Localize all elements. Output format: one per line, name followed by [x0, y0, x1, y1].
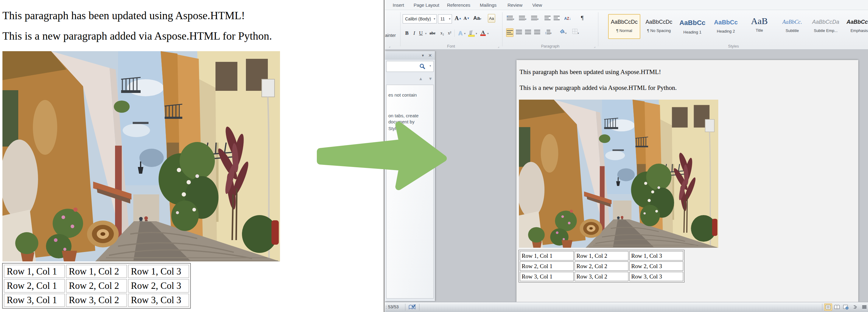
doc-table: Row 1, Col 1 Row 1, Col 2 Row 1, Col 3 R…	[519, 250, 684, 282]
proofing-status-button[interactable]	[408, 304, 416, 312]
align-right-button[interactable]	[524, 28, 532, 37]
italic-button[interactable]: I	[410, 29, 418, 37]
table-row: Row 3, Col 1 Row 3, Col 2 Row 3, Col 3	[520, 272, 683, 281]
borders-grid-icon	[572, 29, 578, 34]
justify-button[interactable]	[533, 28, 541, 37]
underline-button[interactable]: U	[417, 29, 425, 37]
justify-icon	[534, 30, 540, 34]
search-icon	[420, 63, 426, 69]
clipboard-dialog-launcher-icon[interactable]: ⌟	[388, 44, 392, 48]
align-left-button[interactable]	[506, 28, 514, 37]
print-layout-view-button[interactable]	[824, 304, 832, 311]
chevron-down-icon[interactable]: ▾	[487, 32, 489, 35]
fullscreen-reading-view-button[interactable]	[833, 304, 841, 311]
shrink-font-button[interactable]: A▼	[463, 14, 470, 23]
change-case-button[interactable]: Aa▾	[473, 14, 481, 23]
chevron-down-icon[interactable]: ▼	[421, 54, 425, 57]
grow-font-button[interactable]: A▲	[455, 14, 462, 23]
draft-view-button[interactable]	[860, 304, 868, 311]
document-page[interactable]: This paragraph has been updated using As…	[517, 60, 858, 302]
tab-page-layout[interactable]: Page Layout	[412, 1, 441, 9]
table-cell: Row 2, Col 1	[520, 261, 574, 271]
table-cell: Row 1, Col 3	[629, 251, 683, 260]
web-layout-view-button[interactable]	[842, 304, 850, 311]
chevron-down-icon[interactable]: ▾	[476, 32, 477, 35]
clear-formatting-button[interactable]: Aa	[488, 14, 495, 23]
numbering-button[interactable]: ▾	[519, 14, 527, 23]
style-preview: AaBbCcD	[844, 19, 868, 25]
strikethrough-button[interactable]: abe	[429, 29, 436, 37]
format-painter-button[interactable]: Painter	[385, 33, 396, 38]
increase-indent-button[interactable]	[553, 14, 560, 23]
street-photo	[2, 51, 280, 261]
doc-paragraph-1: This paragraph has been updated using As…	[520, 68, 661, 76]
chevron-down-icon[interactable]: ▾	[425, 32, 427, 35]
line-spacing-button[interactable]: ↕▾	[545, 28, 552, 37]
chevron-down-icon[interactable]: ▾	[429, 64, 431, 67]
tab-insert[interactable]: Insert	[391, 1, 406, 9]
style-subtitle[interactable]: AaBbCc. Subtitle	[776, 14, 808, 39]
spellcheck-icon	[408, 304, 416, 311]
borders-button[interactable]: ▾	[572, 28, 579, 37]
close-icon[interactable]: ✕	[428, 53, 432, 58]
sort-icon: AZ↓	[564, 17, 571, 21]
table-cell: Row 3, Col 2	[66, 294, 127, 307]
style-normal[interactable]: AaBbCcDc ¶ Normal	[608, 14, 640, 39]
style-heading-1[interactable]: AaBbCc Heading 1	[676, 14, 709, 39]
superscript-button[interactable]: x²	[446, 29, 453, 37]
style-label: Title	[744, 28, 775, 33]
next-result-icon[interactable]: ▼	[428, 76, 432, 81]
font-color-swatch	[480, 34, 486, 36]
style-subtle-emphasis[interactable]: AaBbCcDa Subtle Emp...	[810, 14, 842, 39]
nav-search-input[interactable]: ▾	[386, 61, 434, 72]
style-label: Subtitle	[777, 28, 808, 33]
outline-view-button[interactable]	[852, 304, 860, 311]
font-name-combo[interactable]: Calibri (Body) ▾	[403, 14, 437, 24]
chevron-down-icon[interactable]: ▾	[434, 15, 435, 23]
chevron-down-icon[interactable]: ▾	[464, 32, 466, 35]
show-paragraph-marks-button[interactable]: ¶	[579, 14, 586, 22]
styles-group-label: Styles	[599, 44, 868, 49]
subscript-button[interactable]: x₂	[439, 29, 446, 37]
style-emphasis[interactable]: AaBbCcD Emphasis	[843, 14, 868, 39]
highlight-color-button[interactable]	[468, 30, 475, 37]
word-count-label[interactable]: : 53/53	[385, 304, 399, 309]
shading-button[interactable]: ▾	[559, 28, 567, 37]
doc-paragraph-2: This is a new paragraph added via Aspose…	[520, 84, 677, 92]
book-icon	[834, 305, 840, 310]
tab-references[interactable]: References	[446, 1, 471, 9]
font-size-combo[interactable]: 11 ▾	[438, 14, 452, 24]
bullets-button[interactable]: ▾	[507, 14, 514, 23]
bold-button[interactable]: B	[403, 29, 410, 37]
table-cell: Row 2, Col 2	[575, 261, 628, 271]
html-paragraph-2: This is a new paragraph added via Aspose…	[2, 30, 272, 42]
style-no-spacing[interactable]: AaBbCcDc ¶ No Spacing	[643, 14, 675, 39]
decrease-indent-button[interactable]	[544, 14, 551, 23]
multilevel-list-button[interactable]: ▾	[531, 14, 539, 23]
paragraph-group-label: Paragraph	[503, 44, 597, 49]
table-cell: Row 1, Col 3	[128, 265, 189, 278]
style-preview: AaBbCcDc	[609, 19, 640, 25]
sort-button[interactable]: AZ↓	[564, 14, 571, 23]
style-label: Heading 1	[677, 30, 708, 34]
previous-result-icon[interactable]: ▲	[418, 76, 423, 81]
tab-view[interactable]: View	[531, 1, 543, 9]
style-preview: AaBbCc.	[777, 19, 808, 25]
font-dialog-launcher-icon[interactable]: ⌟	[496, 44, 501, 49]
tab-review[interactable]: Review	[507, 1, 523, 9]
style-label: ¶ Normal	[609, 28, 640, 33]
table-cell: Row 1, Col 2	[66, 265, 127, 278]
text-effects-button[interactable]: A	[457, 29, 464, 37]
style-heading-2[interactable]: AaBbCc Heading 2	[710, 14, 742, 39]
tab-mailings[interactable]: Mailings	[478, 1, 498, 9]
highlighter-icon	[468, 30, 475, 37]
paragraph-dialog-launcher-icon[interactable]: ⌟	[593, 44, 597, 49]
style-title[interactable]: AaB Title	[743, 14, 775, 39]
print-layout-icon	[826, 305, 831, 310]
style-label: Heading 2	[710, 29, 741, 33]
screenshot-root: This paragraph has been updated using As…	[0, 0, 868, 312]
align-center-button[interactable]	[515, 28, 523, 37]
chevron-down-icon[interactable]: ▾	[449, 15, 451, 23]
table-row: Row 1, Col 1 Row 1, Col 2 Row 1, Col 3	[4, 265, 189, 278]
font-color-button[interactable]: A	[479, 28, 487, 37]
